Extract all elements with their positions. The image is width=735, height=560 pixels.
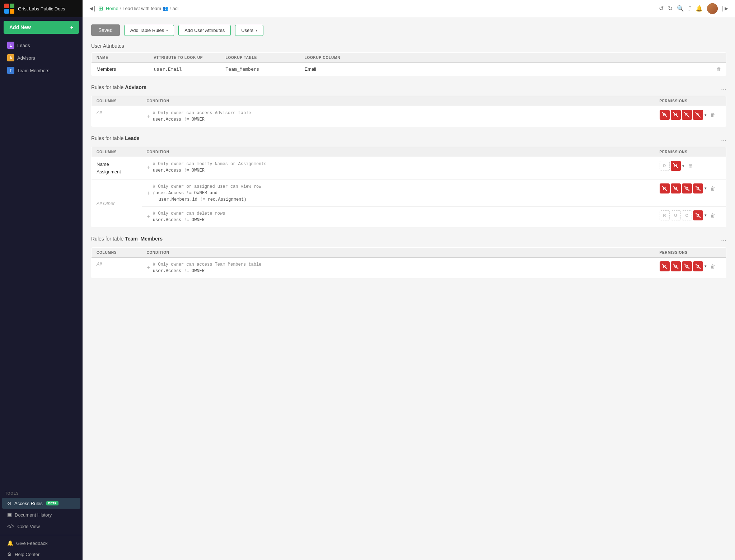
perm-update-denied[interactable]: U (671, 161, 681, 171)
perm-update-denied[interactable]: U (671, 110, 681, 120)
perm-chevron[interactable]: ▾ (704, 186, 707, 191)
perm-chevron[interactable]: ▾ (704, 264, 707, 269)
sidebar-item-help-center[interactable]: ⚙ Help Center (2, 549, 80, 560)
rules-team-table: COLUMNS CONDITION PERMISSIONS All + # On… (91, 247, 726, 278)
add-user-attributes-button[interactable]: Add User Attributes (178, 25, 231, 36)
col-permissions-header: PERMISSIONS (655, 96, 726, 106)
ua-name: Members (92, 63, 149, 76)
sidebar-item-leads[interactable]: L Leads (2, 39, 80, 51)
saved-button[interactable]: Saved (91, 24, 120, 36)
rules-advisors-header: Rules for table Advisors ··· (91, 84, 726, 94)
sidebar-item-team[interactable]: T Team Members (2, 64, 80, 76)
add-condition-button[interactable]: + (147, 183, 153, 203)
condition-cell-named: + # Only owner can modify Names or Assig… (142, 157, 655, 180)
document-history-label: Document History (15, 512, 52, 518)
perm-r-ghost[interactable]: R (660, 210, 670, 220)
collapse-sidebar-icon[interactable]: ◄| (88, 5, 95, 12)
perm-c-ghost[interactable]: C (682, 210, 692, 220)
sidebar-item-document-history[interactable]: ▣ Document History (2, 509, 80, 520)
perm-chevron[interactable]: ▾ (682, 164, 684, 168)
perm-d-denied[interactable]: D (693, 261, 703, 271)
team-more-button[interactable]: ··· (721, 237, 726, 244)
perm-read-denied[interactable]: R (660, 110, 670, 120)
give-feedback-icon: 🔔 (7, 540, 13, 546)
perm-d-denied[interactable]: D (693, 210, 703, 220)
user-attributes-table: NAME ATTRIBUTE TO LOOK UP LOOKUP TABLE L… (91, 52, 726, 76)
condition-cell: + # Only owner can access Advisors table… (142, 106, 655, 127)
topbar-actions: ↺ ↻ 🔍 ⤴ 🔔 |► (659, 3, 729, 14)
rules-team-section: Rules for table Team_Members ··· COLUMNS… (91, 236, 726, 278)
add-condition-button[interactable]: + (147, 210, 153, 223)
avatar[interactable] (707, 3, 718, 14)
ua-attribute: user.Email (149, 63, 221, 76)
perm-create-denied[interactable]: C (682, 110, 692, 120)
beta-badge: BETA (46, 501, 58, 505)
sidebar-item-code-view[interactable]: </> Code View (2, 521, 80, 532)
code-view-icon: </> (7, 523, 14, 529)
condition-cell-other-1: + # Only owner or assigned user can view… (142, 179, 655, 206)
col-columns-header: COLUMNS (92, 96, 142, 106)
delete-row-button[interactable]: 🗑 (710, 112, 715, 118)
permissions-cell: R U C D ▾ 🗑 (655, 106, 726, 127)
perm-u-ghost[interactable]: U (671, 210, 681, 220)
add-condition-button[interactable]: + (147, 261, 153, 274)
share-button[interactable]: ⤴ (688, 5, 691, 12)
leads-more-button[interactable]: ··· (721, 136, 726, 144)
users-chevron: ▾ (256, 28, 257, 32)
delete-row-button[interactable]: 🗑 (710, 186, 715, 191)
help-center-label: Help Center (15, 552, 39, 557)
delete-row-button[interactable]: 🗑 (710, 263, 715, 269)
team-col-permissions: PERMISSIONS (655, 247, 726, 257)
app-logo (4, 4, 14, 14)
perm-chevron[interactable]: ▾ (704, 113, 707, 117)
perm-chevron[interactable]: ▾ (704, 213, 707, 218)
users-button[interactable]: Users ▾ (235, 25, 263, 36)
perm-c-denied[interactable]: C (682, 261, 692, 271)
perm-delete-denied[interactable]: D (693, 110, 703, 120)
advisors-icon: A (7, 54, 14, 61)
topbar: ◄| ⊞ Home / Lead list with team 👥 / acl … (83, 0, 735, 17)
sidebar-item-advisors[interactable]: A Advisors (2, 52, 80, 64)
columns-cell-named: Name Assignment (92, 157, 142, 180)
perm-d-denied[interactable]: D (693, 183, 703, 193)
perm-r-denied[interactable]: R (660, 183, 670, 193)
notifications-button[interactable]: 🔔 (696, 5, 703, 12)
undo-button[interactable]: ↺ (659, 5, 664, 12)
team-label: Team Members (17, 68, 50, 73)
leads-col-permissions: PERMISSIONS (655, 147, 726, 157)
delete-row-button[interactable]: 🗑 (688, 163, 693, 169)
add-table-rules-button[interactable]: Add Table Rules ▾ (124, 25, 174, 36)
team-col-condition: CONDITION (142, 247, 655, 257)
add-condition-button[interactable]: + (147, 161, 153, 174)
give-feedback-label: Give Feedback (16, 541, 47, 546)
condition-cell-other-2: + # Only owner can delete rows user.Acce… (142, 206, 655, 227)
avatar-image (707, 3, 718, 14)
perm-controls: R U C D (660, 110, 703, 120)
advisors-more-button[interactable]: ··· (721, 85, 726, 93)
add-condition-button[interactable]: + (147, 110, 153, 123)
table-list: L Leads A Advisors T Team Members (0, 37, 83, 78)
delete-row-button[interactable]: 🗑 (710, 213, 715, 218)
rules-advisors-table: COLUMNS CONDITION PERMISSIONS All + # On… (91, 96, 726, 127)
delete-ua-row-button[interactable]: 🗑 (716, 66, 721, 72)
rules-leads-table: COLUMNS CONDITION PERMISSIONS Name Assig… (91, 147, 726, 227)
perm-c-denied[interactable]: C (682, 183, 692, 193)
sidebar-item-give-feedback[interactable]: 🔔 Give Feedback (2, 538, 80, 549)
help-center-icon: ⚙ (7, 551, 12, 557)
document-history-icon: ▣ (7, 512, 12, 518)
ua-lookup-table: Team_Members (221, 63, 300, 76)
collapse-right-icon[interactable]: |► (722, 5, 729, 12)
home-link[interactable]: Home (106, 6, 118, 11)
add-new-button[interactable]: Add New + (4, 21, 79, 34)
condition-cell-team: + # Only owner can access Team Members t… (142, 257, 655, 278)
perm-u-denied[interactable]: U (671, 261, 681, 271)
redo-button[interactable]: ↻ (668, 5, 673, 12)
sidebar-item-access-rules[interactable]: ⊙ Access Rules BETA (2, 498, 80, 509)
columns-cell-all: All (92, 257, 142, 278)
search-button[interactable]: 🔍 (677, 5, 684, 12)
access-rules-icon: ⊙ (7, 500, 11, 506)
perm-read-ghost[interactable]: R (660, 161, 670, 171)
perm-u-denied[interactable]: U (671, 183, 681, 193)
perm-r-denied[interactable]: R (660, 261, 670, 271)
content: Saved Add Table Rules ▾ Add User Attribu… (83, 17, 735, 560)
